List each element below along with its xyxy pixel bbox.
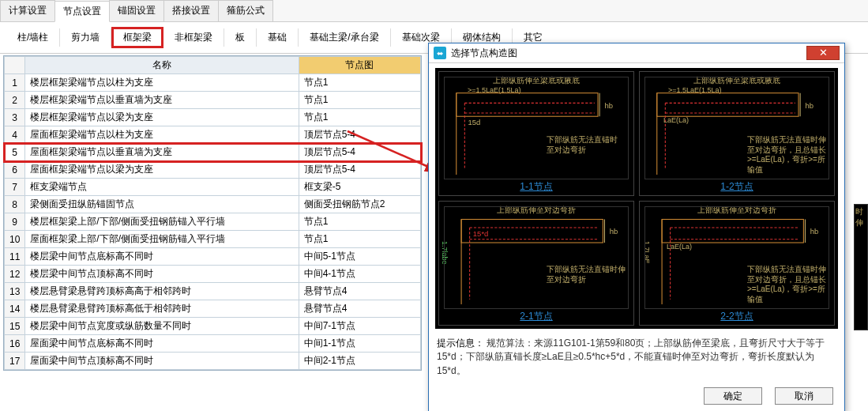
subtab-foundation[interactable]: 基础 — [257, 28, 299, 47]
table-row[interactable]: 8梁侧面受扭纵筋锚固节点侧面受扭钢筋节点2 — [5, 196, 421, 213]
table-row[interactable]: 7框支梁端节点框支梁-5 — [5, 179, 421, 196]
subtab-column-wall[interactable]: 柱/墙柱 — [6, 28, 60, 47]
node-cell-2-1[interactable]: 上部纵筋伸至对边弯折 1.7labe 15*d hb 下部纵筋无法直锚时伸 至对… — [438, 201, 634, 326]
row-index: 5 — [5, 144, 25, 161]
dialog-body: 上部纵筋伸至梁底或腋底 >=1.5LaE(1.5La) hb 15d 下部纵筋无… — [429, 63, 844, 332]
cell-link-1-1[interactable]: 1-1节点 — [439, 180, 633, 194]
table-row[interactable]: 17屋面梁中间节点顶标高不同时中间2-1节点 — [5, 353, 421, 370]
row-index: 17 — [5, 353, 25, 370]
row-name: 屋面框架梁端节点以梁为支座 — [25, 161, 299, 179]
table-row[interactable]: 5屋面框架梁端节点以垂直墙为支座顶层节点5-4 — [5, 144, 421, 161]
tab-lap-settings[interactable]: 搭接设置 — [163, 0, 219, 21]
ok-button[interactable]: 确定 — [704, 387, 762, 405]
hint-label: 提示信息： — [437, 337, 484, 349]
node-table: 名称 节点图 1楼层框架梁端节点以柱为支座节点12楼层框架梁端节点以垂直墙为支座… — [4, 56, 421, 370]
row-name: 楼层梁中间节点顶标高不同时 — [25, 266, 299, 283]
cell-note: 下部纵筋无法直锚时伸 至对边弯折，且总锚长 >=LaE(La)，弯折>=所输值 — [747, 135, 826, 175]
row-name: 楼层框架梁端节点以垂直墙为支座 — [25, 92, 299, 109]
table-row[interactable]: 4屋面框架梁端节点以柱为支座顶层节点5-4 — [5, 126, 421, 144]
subtab-slab[interactable]: 板 — [224, 28, 257, 47]
dialog-titlebar: ⬌ 选择节点构造图 ✕ — [429, 43, 844, 63]
node-cell-1-2[interactable]: 上部纵筋伸至梁底或腋底 >=1.5LaE(1.5La) hb LaE(La) 下… — [639, 71, 835, 196]
row-index: 15 — [5, 318, 25, 335]
row-index: 13 — [5, 283, 25, 300]
table-row[interactable]: 2楼层框架梁端节点以垂直墙为支座节点1 — [5, 92, 421, 109]
row-node: 节点1 — [299, 231, 420, 248]
cell-link-2-2[interactable]: 2-2节点 — [640, 310, 834, 323]
row-name: 屋面框架梁端节点以柱为支座 — [25, 126, 299, 144]
row-node: 侧面受扭钢筋节点2 — [299, 196, 420, 213]
row-index: 8 — [5, 196, 25, 213]
subtab-shear-wall[interactable]: 剪力墙 — [60, 28, 111, 47]
row-name: 楼层框架梁端节点以柱为支座 — [25, 74, 299, 92]
tab-calc-settings[interactable]: 计算设置 — [0, 0, 55, 21]
row-node: 顶层节点5-4 — [299, 126, 420, 144]
table-row[interactable]: 11楼层梁中间节点底标高不同时中间5-1节点 — [5, 248, 421, 266]
node-cell-2-2[interactable]: 上部纵筋伸至对边弯折 1.7LaE hb LaE(La) 下部纵筋无法直锚时伸 … — [639, 201, 835, 326]
row-node: 中间4-1节点 — [299, 266, 420, 283]
table-row[interactable]: 3楼层框架梁端节点以梁为支座节点1 — [5, 109, 421, 126]
row-node: 节点1 — [299, 74, 420, 92]
row-node: 中间1-1节点 — [299, 335, 420, 353]
row-name: 屋面梁中间节点底标高不同时 — [25, 335, 299, 353]
row-index: 16 — [5, 335, 25, 353]
table-row[interactable]: 12楼层梁中间节点顶标高不同时中间4-1节点 — [5, 266, 421, 283]
cell-link-1-2[interactable]: 1-2节点 — [640, 180, 834, 194]
row-node: 节点1 — [299, 92, 420, 109]
cad-preview: hb 15d — [444, 77, 629, 179]
table-row[interactable]: 14楼层悬臂梁悬臂跨顶标高低于相邻跨时悬臂节点4 — [5, 300, 421, 318]
row-name: 楼层梁中间节点宽度或纵筋数量不同时 — [25, 318, 299, 335]
svg-text:15*d: 15*d — [473, 229, 489, 238]
table-row[interactable]: 16屋面梁中间节点底标高不同时中间1-1节点 — [5, 335, 421, 353]
cell-note: 下部纵筋无法直锚时 至对边弯折 — [547, 135, 626, 155]
dialog-buttons: 确定 取消 — [429, 383, 844, 411]
row-node: 悬臂节点4 — [299, 283, 420, 300]
close-button[interactable]: ✕ — [806, 46, 840, 60]
svg-text:hb: hb — [810, 227, 819, 236]
dialog-title: 选择节点构造图 — [451, 47, 806, 60]
row-node: 中间2-1节点 — [299, 353, 420, 370]
row-index: 2 — [5, 92, 25, 109]
table-row[interactable]: 6屋面框架梁端节点以梁为支座顶层节点5-4 — [5, 161, 421, 179]
row-name: 屋面梁中间节点顶标高不同时 — [25, 353, 299, 370]
table-row[interactable]: 13楼层悬臂梁悬臂跨顶标高高于相邻跨时悬臂节点4 — [5, 283, 421, 300]
cell-note: 下部纵筋无法直锚时伸 至对边弯折 — [547, 265, 626, 285]
table-row[interactable]: 15楼层梁中间节点宽度或纵筋数量不同时中间7-1节点 — [5, 318, 421, 335]
row-name: 楼层悬臂梁悬臂跨顶标高高于相邻跨时 — [25, 283, 299, 300]
cad-preview: 15*d hb — [444, 206, 629, 309]
col-name: 名称 — [25, 57, 299, 74]
app-icon: ⬌ — [434, 47, 446, 59]
tab-stirrup-formula[interactable]: 箍筋公式 — [218, 0, 273, 21]
node-cell-1-1[interactable]: 上部纵筋伸至梁底或腋底 >=1.5LaE(1.5La) hb 15d 下部纵筋无… — [438, 71, 634, 196]
hint-text: 规范算法：来源11G101-1第59和80页；上部纵筋伸至梁底，且弯折尺寸大于等… — [437, 337, 825, 376]
row-name: 楼层梁中间节点底标高不同时 — [25, 248, 299, 266]
row-index: 3 — [5, 109, 25, 126]
row-node: 顶层节点5-4 — [299, 161, 420, 179]
svg-text:hb: hb — [604, 101, 613, 110]
tab-node-settings[interactable]: 节点设置 — [54, 1, 110, 22]
cancel-button[interactable]: 取消 — [775, 387, 833, 405]
row-index: 14 — [5, 300, 25, 318]
tab-anchor-settings[interactable]: 锚固设置 — [109, 0, 164, 21]
row-index: 11 — [5, 248, 25, 266]
table-row[interactable]: 10屋面框架梁上部/下部/侧面受扭钢筋锚入平行墙节点1 — [5, 231, 421, 248]
table-row[interactable]: 9楼层框架梁上部/下部/侧面受扭钢筋锚入平行墙节点1 — [5, 213, 421, 231]
cell-link-2-1[interactable]: 2-1节点 — [439, 310, 633, 323]
subtab-foundation-main-beam[interactable]: 基础主梁/承台梁 — [299, 28, 390, 47]
row-index: 6 — [5, 161, 25, 179]
row-node: 中间7-1节点 — [299, 318, 420, 335]
hint-area: 提示信息： 规范算法：来源11G101-1第59和80页；上部纵筋伸至梁底，且弯… — [429, 332, 844, 383]
row-node: 中间5-1节点 — [299, 248, 420, 266]
col-node: 节点图 — [299, 57, 420, 74]
row-node: 顶层节点5-4 — [299, 144, 420, 161]
row-name: 梁侧面受扭纵筋锚固节点 — [25, 196, 299, 213]
row-node: 节点1 — [299, 109, 420, 126]
subtab-frame-beam[interactable]: 框架梁 — [111, 27, 163, 48]
cell-dim2: LaE(La) — [663, 116, 689, 124]
row-index: 10 — [5, 231, 25, 248]
node-table-wrap: 名称 节点图 1楼层框架梁端节点以柱为支座节点12楼层框架梁端节点以垂直墙为支座… — [3, 55, 422, 371]
row-name: 楼层框架梁上部/下部/侧面受扭钢筋锚入平行墙 — [25, 213, 299, 231]
table-row[interactable]: 1楼层框架梁端节点以柱为支座节点1 — [5, 74, 421, 92]
row-index: 12 — [5, 266, 25, 283]
subtab-nonframe-beam[interactable]: 非框架梁 — [163, 28, 224, 47]
